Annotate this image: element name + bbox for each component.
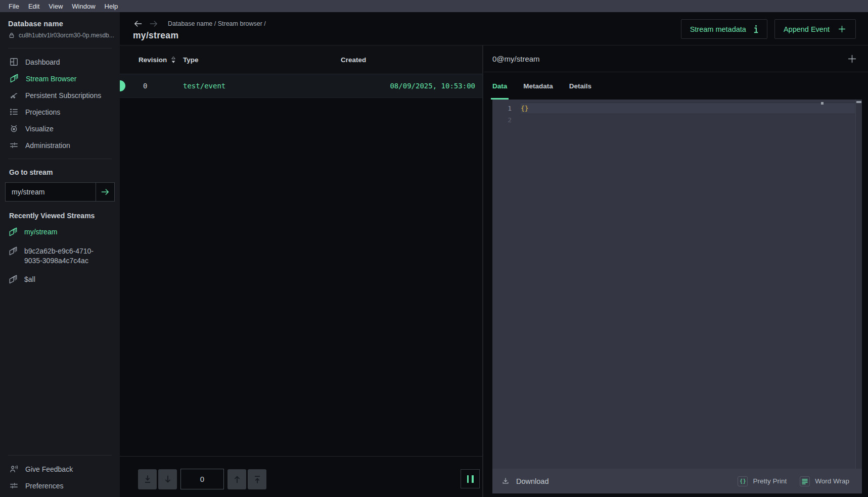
page-title: my/stream — [133, 30, 178, 41]
expand-plus-icon[interactable] — [847, 54, 857, 64]
recent-stream-item[interactable]: b9c2a62b-e9c6-4710-9035-3098a4c7c4ac — [0, 242, 120, 270]
stream-icon — [8, 246, 18, 257]
pause-live-button[interactable] — [461, 469, 480, 488]
recent-stream-item[interactable]: $all — [0, 270, 120, 289]
arrow-right-icon — [100, 187, 110, 197]
skip-to-first-button[interactable] — [248, 469, 266, 489]
menu-view[interactable]: View — [44, 0, 67, 12]
event-title: 0@my/stream — [492, 55, 847, 63]
database-block: Database name cu8h1ubtv1lr03orcm30-0p.me… — [0, 12, 120, 43]
sidebar-item-label: Administration — [25, 141, 70, 150]
recent-stream-name: b9c2a62b-e9c6-4710-9035-3098a4c7c4ac — [24, 246, 105, 266]
download-label: Download — [516, 477, 549, 485]
next-page-button[interactable] — [158, 469, 177, 489]
word-wrap-icon — [800, 476, 810, 486]
sidebar-divider — [8, 48, 112, 48]
menu-file[interactable]: File — [4, 0, 24, 12]
word-wrap-button[interactable]: Word Wrap — [796, 476, 853, 486]
recent-stream-item[interactable]: my/stream — [0, 223, 120, 242]
preferences-icon — [9, 481, 19, 490]
goto-stream-button[interactable] — [96, 183, 114, 201]
arrow-down-icon — [162, 474, 173, 485]
column-header-revision[interactable]: Revision — [139, 45, 176, 74]
sort-icon — [171, 56, 176, 64]
preferences-button[interactable]: Preferences — [0, 477, 120, 494]
goto-stream-input[interactable] — [6, 183, 96, 201]
column-header-created: Created — [341, 45, 366, 74]
feedback-icon — [9, 464, 19, 474]
give-feedback-button[interactable]: Give Feedback — [0, 461, 120, 477]
tab-metadata[interactable]: Metadata — [523, 72, 553, 100]
stream-metadata-button[interactable]: Stream metadata — [681, 19, 767, 39]
sidebar-item-label: Projections — [25, 108, 60, 116]
preferences-label: Preferences — [25, 482, 63, 490]
sidebar-item-projections[interactable]: Projections — [0, 104, 120, 120]
editor-cursor — [821, 102, 824, 105]
sidebar-item-visualize[interactable]: Visualize — [0, 120, 120, 137]
editor-content: {} — [521, 105, 529, 112]
line-number: 1 — [492, 103, 521, 114]
administration-icon — [9, 140, 19, 150]
pause-icon — [467, 475, 469, 483]
arrow-down-bar-icon — [142, 474, 153, 485]
sidebar-item-label: Stream Browser — [26, 75, 76, 83]
goto-stream-box — [5, 182, 115, 202]
arrow-up-bar-icon — [252, 474, 263, 485]
sidebar-item-persistent-subscriptions[interactable]: Persistent Subscriptions — [0, 87, 120, 104]
detail-tabs: Data Metadata Details — [484, 72, 868, 100]
stream-metadata-label: Stream metadata — [690, 25, 746, 33]
page-header: Database name / Stream browser / my/stre… — [120, 12, 868, 45]
forward-arrow-icon[interactable] — [149, 19, 159, 29]
plus-icon — [837, 24, 847, 34]
pause-icon — [472, 475, 474, 483]
sidebar-item-administration[interactable]: Administration — [0, 137, 120, 154]
skip-to-last-button[interactable] — [138, 469, 157, 489]
append-event-button[interactable]: Append Event — [774, 19, 856, 39]
json-editor[interactable]: 1 {} 2 — [492, 100, 862, 469]
menu-edit[interactable]: Edit — [24, 0, 44, 12]
app-menubar: File Edit View Window Help — [0, 0, 868, 12]
previous-page-button[interactable] — [227, 469, 246, 489]
download-button[interactable]: Download — [501, 477, 734, 486]
visualize-icon — [9, 124, 19, 133]
page-number-input[interactable] — [180, 469, 224, 489]
recent-stream-name: $all — [24, 275, 35, 284]
cell-revision: 0 — [143, 74, 147, 97]
event-detail-panel: 0@my/stream Data Metadata Details 1 {} 2 — [484, 45, 868, 497]
column-label: Type — [183, 56, 199, 64]
braces-icon: {} — [738, 476, 748, 486]
persistent-subscriptions-icon — [9, 90, 19, 100]
database-id: cu8h1ubtv1lr03orcm30-0p.mesdb... — [19, 32, 114, 39]
column-header-type: Type — [183, 45, 199, 74]
scrollbar-thumb[interactable] — [856, 101, 861, 103]
column-label: Revision — [139, 56, 167, 64]
goto-stream-label: Go to stream — [0, 164, 120, 179]
sidebar-item-stream-browser[interactable]: Stream Browser — [0, 70, 120, 87]
menu-window[interactable]: Window — [67, 0, 100, 12]
table-row[interactable]: 0 test/event 08/09/2025, 10:53:00 — [120, 74, 482, 98]
arrow-up-icon — [232, 474, 243, 485]
stream-events-panel: Revision Type Created 0 test/event 08/09… — [120, 45, 483, 497]
append-event-label: Append Event — [784, 25, 830, 33]
sidebar-divider — [8, 159, 112, 159]
editor-scrollbar[interactable] — [855, 100, 862, 469]
dashboard-icon — [9, 57, 19, 67]
tab-data[interactable]: Data — [492, 72, 507, 100]
table-footer — [120, 456, 482, 497]
sidebar-item-label: Persistent Subscriptions — [25, 91, 101, 100]
back-arrow-icon[interactable] — [133, 19, 143, 29]
row-indicator — [120, 80, 125, 91]
sidebar-item-dashboard[interactable]: Dashboard — [0, 54, 120, 70]
sidebar-divider — [8, 455, 112, 456]
breadcrumb-path[interactable]: Database name / Stream browser / — [168, 20, 266, 27]
word-wrap-label: Word Wrap — [815, 477, 849, 485]
cell-created: 08/09/2025, 10:53:00 — [390, 74, 475, 97]
info-icon — [754, 25, 758, 33]
recent-stream-name: my/stream — [24, 227, 57, 237]
tab-details[interactable]: Details — [569, 72, 591, 100]
line-number: 2 — [492, 114, 521, 126]
pretty-print-button[interactable]: {} Pretty Print — [734, 476, 791, 486]
stream-icon — [8, 227, 18, 237]
menu-help[interactable]: Help — [100, 0, 123, 12]
give-feedback-label: Give Feedback — [25, 465, 73, 473]
